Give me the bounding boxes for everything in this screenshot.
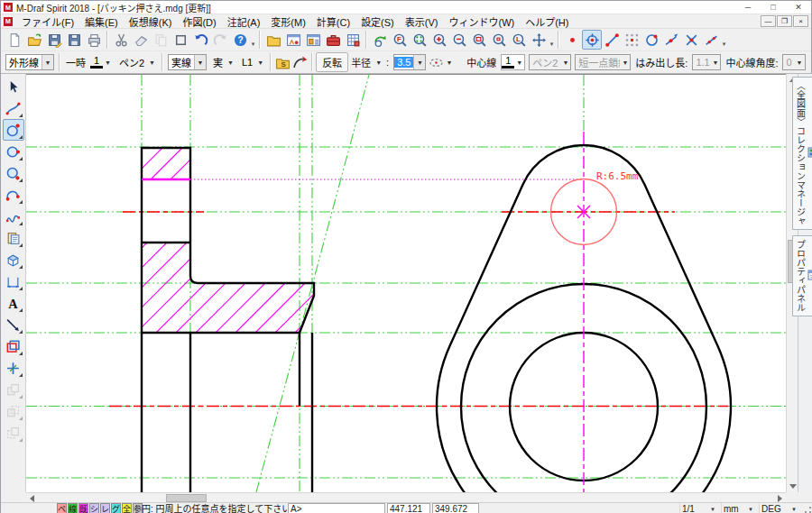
- erase-button[interactable]: [131, 30, 151, 50]
- mdi-restore-button[interactable]: ❐: [777, 15, 792, 27]
- status-mode-chip-2[interactable]: 線: [68, 503, 78, 513]
- menu-item-10[interactable]: ウィンドウ(W): [443, 14, 520, 30]
- drawing-canvas[interactable]: R:6.5mm: [26, 74, 786, 492]
- arc-tool[interactable]: [3, 184, 24, 206]
- horizontal-scrollbar-thumb[interactable]: [166, 494, 207, 502]
- flip-button[interactable]: 反転: [316, 52, 348, 72]
- snap-grid-button[interactable]: [622, 30, 641, 50]
- toolbox-button[interactable]: [323, 30, 343, 50]
- pan-button[interactable]: [529, 30, 549, 50]
- mdi-minimize-button[interactable]: —: [761, 15, 776, 27]
- zoom-in-button[interactable]: [429, 30, 449, 50]
- mdi-close-button[interactable]: ×: [793, 15, 808, 27]
- centerline-pen-combobox[interactable]: ペン2▼: [529, 54, 571, 70]
- status-mode-chip-5[interactable]: レ: [100, 503, 110, 513]
- circle-diameter-tool[interactable]: [3, 141, 24, 162]
- point-tool[interactable]: [3, 357, 24, 379]
- view-settings-button[interactable]: [303, 30, 323, 50]
- layer-folder-button[interactable]: S: [274, 52, 291, 72]
- menu-item-5[interactable]: 注記(A): [222, 14, 266, 30]
- isometric-tool[interactable]: [3, 249, 24, 270]
- menu-item-8[interactable]: 設定(S): [355, 14, 400, 30]
- undo-button[interactable]: [190, 30, 210, 50]
- centerline-width-combobox[interactable]: 1▼: [501, 54, 525, 70]
- select-tool[interactable]: [3, 76, 24, 97]
- new-file-button[interactable]: [5, 30, 24, 50]
- zoom-full-button[interactable]: F: [390, 30, 410, 50]
- line-type-combobox[interactable]: 実線▼: [168, 54, 207, 70]
- angle-unit-combobox[interactable]: DEG▼: [759, 503, 800, 513]
- toolbar-overflow-icon[interactable]: ▾: [250, 41, 256, 50]
- tab-property-panel[interactable]: プロパティパネル: [792, 235, 812, 316]
- status-mode-chip-4[interactable]: シ: [89, 503, 99, 513]
- toolbar-overflow-icon[interactable]: ▾: [721, 41, 727, 50]
- zoom-grid-button[interactable]: [410, 30, 429, 50]
- snap-circle-button[interactable]: [641, 30, 661, 50]
- radius-combobox[interactable]: 3.5▼: [393, 54, 426, 70]
- centerline-type-combobox[interactable]: 短一点鎖線▼: [575, 54, 631, 70]
- menu-item-1[interactable]: ファイル(F): [16, 14, 79, 30]
- window-minimize-button[interactable]: ─: [735, 1, 761, 14]
- tab-collection-manager[interactable]: 〈全図面〉コレクションマネージャ: [792, 77, 812, 230]
- text-tool[interactable]: A: [3, 292, 24, 314]
- unit-combobox[interactable]: mm▼: [721, 503, 757, 513]
- menu-item-3[interactable]: 仮想線(K): [124, 14, 178, 30]
- menu-item-6[interactable]: 変形(M): [265, 14, 311, 30]
- overhang-combobox[interactable]: 1.1▼: [692, 54, 721, 70]
- resize-grip[interactable]: [801, 503, 812, 513]
- leader-line-tool[interactable]: [3, 314, 24, 335]
- menu-item-9[interactable]: 表示(V): [400, 14, 444, 30]
- line-kind-combobox[interactable]: 実▼: [210, 54, 235, 70]
- spline-tool[interactable]: [3, 206, 24, 227]
- sketch-line-tool[interactable]: [3, 97, 24, 119]
- zoom-l-button[interactable]: L: [509, 30, 529, 50]
- snap-endpoint-button[interactable]: [602, 30, 622, 50]
- horizontal-scrollbar[interactable]: [26, 492, 786, 502]
- paste-frame-button[interactable]: [171, 30, 190, 50]
- zoom-out-button[interactable]: [449, 30, 469, 50]
- menu-item-11[interactable]: ヘルプ(H): [520, 14, 574, 30]
- window-maximize-button[interactable]: □: [761, 1, 786, 14]
- arc-mode-button[interactable]: [291, 52, 309, 72]
- status-mode-chip-3[interactable]: 既: [78, 503, 88, 513]
- open-file-button[interactable]: [24, 30, 44, 50]
- dimension-tool[interactable]: [3, 270, 24, 292]
- scale-combobox[interactable]: 1/1▼: [679, 503, 719, 513]
- print-button[interactable]: [84, 30, 104, 50]
- snap-on-line-button[interactable]: [701, 30, 721, 50]
- snap-free-button[interactable]: [562, 30, 582, 50]
- snap-center-button[interactable]: [582, 30, 602, 50]
- save-button[interactable]: [64, 30, 84, 50]
- snap-nearest-button[interactable]: [661, 30, 681, 50]
- toolbar-overflow-icon[interactable]: ▾: [549, 41, 555, 50]
- sheet-settings-button[interactable]: [343, 30, 363, 50]
- status-mode-chip-1[interactable]: ペ: [57, 503, 67, 513]
- menu-item-4[interactable]: 作図(D): [177, 14, 221, 30]
- pen-combobox[interactable]: ペン2▼: [116, 54, 157, 70]
- save-as-button[interactable]: [44, 30, 64, 50]
- cut-button[interactable]: [111, 30, 131, 50]
- drawing-manager-button[interactable]: [263, 30, 283, 50]
- zoom-previous-button[interactable]: [370, 30, 390, 50]
- zoom-part-button[interactable]: [489, 30, 509, 50]
- layer-combobox[interactable]: 外形線▼: [5, 54, 54, 70]
- menu-item-7[interactable]: 計算(C): [311, 14, 355, 30]
- status-mode-chip-7[interactable]: 全: [122, 503, 132, 513]
- command-prompt-field[interactable]: A>: [288, 503, 385, 513]
- centerline-angle-combobox[interactable]: 0▼: [782, 54, 805, 70]
- window-close-button[interactable]: ✕: [786, 1, 811, 14]
- level-combobox[interactable]: L1▼: [239, 54, 265, 70]
- circle-tangent-tool[interactable]: [3, 119, 24, 141]
- snap-intersection-button[interactable]: [681, 30, 701, 50]
- status-mode-chip-6[interactable]: グ: [111, 503, 121, 513]
- folder-open-icon: [27, 32, 42, 48]
- circle-radius-tool[interactable]: [3, 162, 24, 184]
- rectangle-tool[interactable]: [3, 335, 24, 357]
- help-button[interactable]: ?: [230, 30, 250, 50]
- zoom-window-button[interactable]: [469, 30, 489, 50]
- stamp-tool[interactable]: [3, 227, 24, 249]
- menu-item-2[interactable]: 編集(E): [79, 14, 124, 30]
- window-settings-button[interactable]: [283, 30, 303, 50]
- line-width-combobox[interactable]: 1▼: [90, 54, 113, 70]
- centerline-style-button[interactable]: ▼: [428, 52, 455, 72]
